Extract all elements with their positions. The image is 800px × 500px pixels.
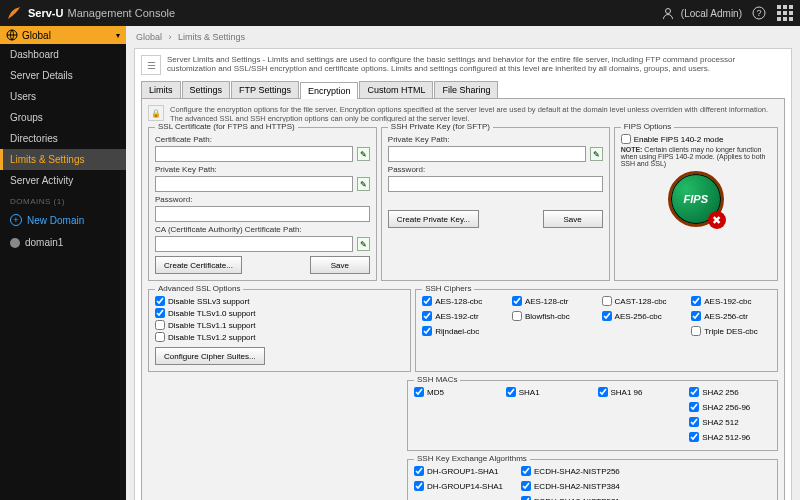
ssh-mac-checkbox[interactable]: SHA1 96	[598, 387, 680, 397]
ssl-pwd-input[interactable]	[155, 206, 370, 222]
ssh-cipher-checkbox[interactable]: AES-128-ctr	[512, 296, 592, 306]
ssh-kex-checkbox[interactable]: DH-GROUP14-SHA1	[414, 481, 503, 491]
adv-ssl-checkbox[interactable]: Disable SSLv3 support	[155, 296, 404, 306]
sidebar-scope-label: Global	[22, 30, 51, 41]
sidebar-item-users[interactable]: Users	[0, 86, 126, 107]
create-private-key-button[interactable]: Create Private Key...	[388, 210, 479, 228]
breadcrumb: Global › Limits & Settings	[126, 26, 800, 48]
tab-file-sharing[interactable]: File Sharing	[434, 81, 498, 98]
ssh-kex-group: SSH Key Exchange Algorithms DH-GROUP1-SH…	[407, 459, 778, 500]
advanced-ssl-group: Advanced SSL Options Disable SSLv3 suppo…	[148, 289, 411, 372]
ssh-kex-checkbox[interactable]: ECDH-SHA2-NISTP521	[521, 496, 620, 500]
ssl-save-button[interactable]: Save	[310, 256, 370, 274]
tab-settings[interactable]: Settings	[182, 81, 231, 98]
ssh-macs-group: SSH MACs MD5SHA1SHA1 96SHA2 256 SHA2 256…	[407, 380, 778, 451]
configure-cipher-suites-button[interactable]: Configure Cipher Suites...	[155, 347, 265, 365]
ssl-pwd-label: Password:	[155, 195, 370, 204]
ssh-key-group: SSH Private Key (for SFTP) Private Key P…	[381, 127, 610, 281]
sidebar-item-directories[interactable]: Directories	[0, 128, 126, 149]
lock-icon: 🔒	[148, 105, 164, 121]
ssh-kex-checkbox[interactable]: DH-GROUP1-SHA1	[414, 466, 503, 476]
edit-icon[interactable]: ✎	[357, 177, 370, 191]
sidebar: Global ▾ DashboardServer DetailsUsersGro…	[0, 26, 126, 500]
user-icon[interactable]	[659, 4, 677, 22]
new-domain-label: New Domain	[27, 215, 84, 226]
ssh-cipher-checkbox[interactable]: AES-256-cbc	[602, 311, 682, 321]
apps-icon[interactable]	[776, 4, 794, 22]
fips-enable-checkbox[interactable]: Enable FIPS 140-2 mode	[621, 134, 771, 144]
edit-icon[interactable]: ✎	[357, 147, 370, 161]
svg-text:?: ?	[756, 8, 761, 18]
ssh-mac-checkbox[interactable]: SHA1	[506, 387, 588, 397]
sidebar-item-limits-settings[interactable]: Limits & Settings	[0, 149, 126, 170]
ssh-cipher-checkbox[interactable]: AES-192-cbc	[691, 296, 771, 306]
help-icon[interactable]: ?	[750, 4, 768, 22]
breadcrumb-current: Limits & Settings	[178, 32, 245, 42]
tab-encryption[interactable]: Encryption	[300, 82, 359, 99]
ssh-cipher-checkbox[interactable]: Blowfish-cbc	[512, 311, 592, 321]
ssh-mac-checkbox[interactable]: SHA2 256-96	[689, 402, 771, 412]
adv-ssl-checkbox[interactable]: Disable TLSv1.0 support	[155, 308, 404, 318]
panel-description: Server Limits and Settings - Limits and …	[167, 55, 785, 75]
ssh-cipher-checkbox[interactable]: AES-192-ctr	[422, 311, 502, 321]
edit-icon[interactable]: ✎	[357, 237, 370, 251]
edit-icon[interactable]: ✎	[590, 147, 603, 161]
brand-logo-icon	[6, 5, 22, 21]
domain-item[interactable]: domain1	[0, 232, 126, 253]
ssh-mac-checkbox[interactable]: SHA2 512-96	[689, 432, 771, 442]
ssh-pwd-input[interactable]	[388, 176, 603, 192]
settings-panel: ☰ Server Limits and Settings - Limits an…	[134, 48, 792, 500]
ca-path-label: CA (Certificate Authority) Certificate P…	[155, 225, 370, 234]
breadcrumb-root[interactable]: Global	[136, 32, 162, 42]
adv-ssl-checkbox[interactable]: Disable TLSv1.1 support	[155, 320, 404, 330]
ssh-key-input[interactable]	[388, 146, 586, 162]
ssh-cipher-checkbox[interactable]: AES-256-ctr	[691, 311, 771, 321]
tab-custom-html[interactable]: Custom HTML	[359, 81, 433, 98]
tabs: LimitsSettingsFTP SettingsEncryptionCust…	[141, 81, 785, 99]
content-area: Global › Limits & Settings ☰ Server Limi…	[126, 26, 800, 500]
tab-encryption-body: 🔒 Configure the encryption options for t…	[141, 99, 785, 500]
ssh-kex-checkbox[interactable]: ECDH-SHA2-NISTP384	[521, 481, 620, 491]
sidebar-item-groups[interactable]: Groups	[0, 107, 126, 128]
ssh-cipher-checkbox[interactable]: CAST-128-cbc	[602, 296, 682, 306]
ssh-cipher-checkbox[interactable]: AES-128-cbc	[422, 296, 502, 306]
fips-note: NOTE: Certain clients may no longer func…	[621, 146, 771, 167]
cert-path-input[interactable]	[155, 146, 353, 162]
ssl-key-label: Private Key Path:	[155, 165, 370, 174]
sidebar-item-server-activity[interactable]: Server Activity	[0, 170, 126, 191]
create-certificate-button[interactable]: Create Certificate...	[155, 256, 242, 274]
brand-name: Serv-U	[28, 7, 63, 19]
plus-icon: +	[10, 214, 22, 226]
domains-header: DOMAINS (1)	[0, 191, 126, 208]
ca-path-input[interactable]	[155, 236, 353, 252]
sidebar-item-dashboard[interactable]: Dashboard	[0, 44, 126, 65]
user-label[interactable]: (Local Admin)	[681, 8, 742, 19]
ssh-mac-checkbox[interactable]: SHA2 256	[689, 387, 771, 397]
adv-ssl-checkbox[interactable]: Disable TLSv1.2 support	[155, 332, 404, 342]
macs-legend: SSH MACs	[414, 375, 460, 384]
sidebar-scope-global[interactable]: Global ▾	[0, 26, 126, 44]
sidebar-item-server-details[interactable]: Server Details	[0, 65, 126, 86]
fips-group: FIPS Options Enable FIPS 140-2 mode NOTE…	[614, 127, 778, 281]
fips-legend: FIPS Options	[621, 122, 675, 131]
ssh-mac-checkbox[interactable]: MD5	[414, 387, 496, 397]
ssh-kex-checkbox[interactable]: ECDH-SHA2-NISTP256	[521, 466, 620, 476]
panel-info-icon: ☰	[141, 55, 161, 75]
new-domain-button[interactable]: + New Domain	[0, 208, 126, 232]
cert-path-label: Certificate Path:	[155, 135, 370, 144]
ssl-key-input[interactable]	[155, 176, 353, 192]
svg-point-0	[665, 9, 670, 14]
tab-limits[interactable]: Limits	[141, 81, 181, 98]
ssh-ciphers-group: SSH Ciphers AES-128-cbcAES-128-ctrCAST-1…	[415, 289, 778, 372]
ciphers-legend: SSH Ciphers	[422, 284, 474, 293]
fips-badge-icon: FIPS ✖	[668, 171, 724, 227]
ssh-pwd-label: Password:	[388, 165, 603, 174]
topbar: Serv-U Management Console (Local Admin) …	[0, 0, 800, 26]
ssh-mac-checkbox[interactable]: SHA2 512	[689, 417, 771, 427]
encryption-description: Configure the encryption options for the…	[170, 105, 778, 123]
brand-subtitle: Management Console	[67, 7, 175, 19]
ssh-cipher-checkbox[interactable]: Triple DES-cbc	[691, 326, 771, 336]
ssh-cipher-checkbox[interactable]: Rijndael-cbc	[422, 326, 502, 336]
tab-ftp-settings[interactable]: FTP Settings	[231, 81, 299, 98]
ssh-save-button[interactable]: Save	[543, 210, 603, 228]
